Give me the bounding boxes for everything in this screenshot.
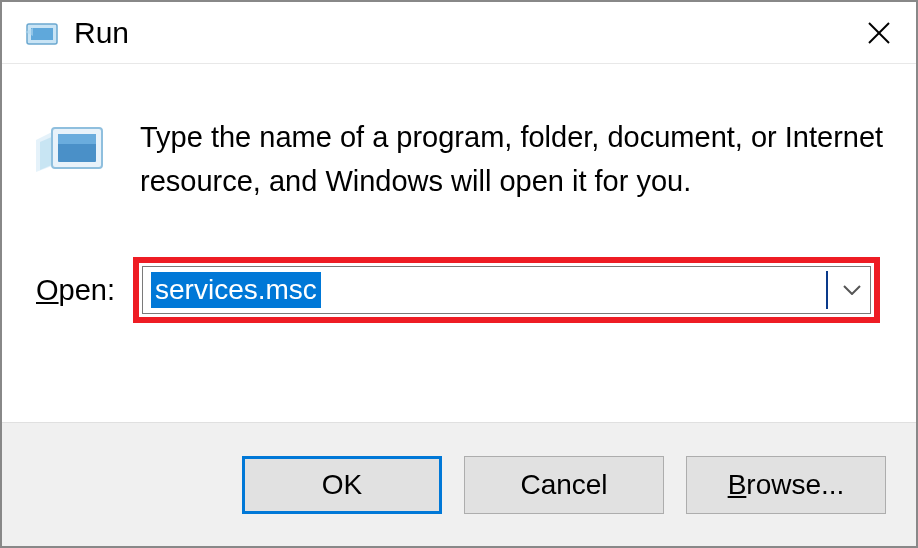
button-bar: OK Cancel Browse... — [2, 422, 916, 546]
open-input-value[interactable]: services.msc — [151, 272, 321, 308]
run-icon-large — [32, 114, 112, 184]
cancel-button[interactable]: Cancel — [464, 456, 664, 514]
titlebar: Run — [2, 2, 916, 64]
svg-rect-1 — [31, 28, 53, 40]
open-label: Open: — [36, 274, 115, 307]
ok-button[interactable]: OK — [242, 456, 442, 514]
input-highlight-annotation: services.msc — [133, 257, 880, 323]
window-title: Run — [74, 16, 852, 50]
close-button[interactable] — [852, 6, 906, 60]
chevron-down-icon[interactable] — [834, 267, 870, 313]
description-text: Type the name of a program, folder, docu… — [140, 114, 886, 203]
run-icon-small — [24, 15, 60, 51]
open-combobox[interactable]: services.msc — [142, 266, 871, 314]
svg-rect-6 — [58, 134, 96, 144]
browse-button[interactable]: Browse... — [686, 456, 886, 514]
content-area: Type the name of a program, folder, docu… — [2, 64, 916, 323]
text-caret — [826, 271, 828, 309]
